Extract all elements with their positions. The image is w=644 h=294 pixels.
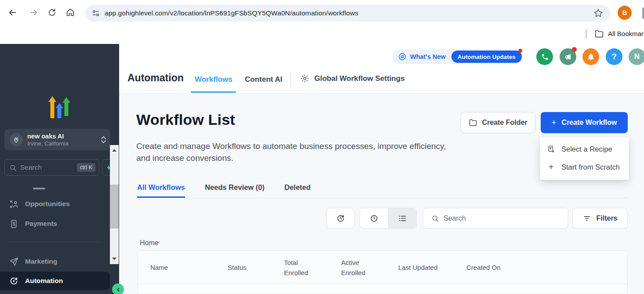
phone-button[interactable] — [536, 48, 553, 65]
whats-new-label: What's New — [410, 53, 446, 60]
sidebar-item-marketing[interactable]: Marketing — [0, 252, 110, 271]
sidebar-item-sites[interactable]: Sites — [0, 291, 110, 294]
account-switcher[interactable]: new oaks AI Irvine, California — [4, 129, 110, 150]
home-icon[interactable] — [62, 4, 79, 21]
automation-updates-badge[interactable]: Automation Updates — [451, 51, 522, 63]
all-bookmarks-label[interactable]: All Bookmarks — [608, 30, 644, 37]
folder-icon — [469, 118, 477, 127]
filter-lines-icon — [582, 214, 591, 223]
megaphone-icon — [564, 53, 572, 61]
menu-item-start-from-scratch[interactable]: + Start from Scratch — [540, 158, 629, 176]
search-icon — [9, 164, 17, 171]
column-header-active-enrolled: Active Enrolled — [341, 258, 398, 278]
payments-icon: $ — [9, 219, 19, 229]
back-icon[interactable] — [4, 4, 21, 21]
sidebar-item-opportunities[interactable]: Opportunities — [0, 195, 110, 213]
help-button[interactable]: ? — [606, 48, 622, 65]
create-folder-button[interactable]: Create Folder — [461, 112, 535, 133]
column-header-status: Status — [228, 264, 284, 271]
column-header-total-enrolled: Total Enrolled — [284, 258, 341, 278]
screen: app.gohighlevel.com/v2/location/lnPS691g… — [0, 0, 644, 294]
phone-icon — [541, 53, 549, 61]
bookmarks-separator — [586, 29, 587, 39]
search-icon — [431, 214, 439, 222]
tabs-separator — [290, 73, 291, 88]
svg-text:$: $ — [13, 221, 15, 226]
account-name: new oaks AI — [27, 132, 101, 140]
reload-icon[interactable] — [43, 4, 61, 21]
bookmarks-folder-icon[interactable] — [594, 29, 604, 39]
list-view-button[interactable] — [388, 208, 416, 228]
workflow-list-description: Create and manage Workflows to automate … — [136, 140, 446, 164]
workflow-search-input[interactable] — [444, 214, 568, 222]
browser-menu-icon[interactable] — [642, 7, 644, 19]
chevron-up-down-icon — [101, 136, 106, 143]
scroll-down-arrow[interactable] — [112, 258, 116, 260]
sidebar-item-payments[interactable]: $ Payments — [0, 214, 110, 233]
announcements-button[interactable] — [560, 48, 576, 65]
scrolled-item-fragment — [33, 188, 45, 189]
tabs-bottom-border — [137, 198, 628, 198]
app-topbar: What's New Automation Updates ? N Automa… — [119, 44, 644, 94]
sidebar-search[interactable]: ctrl K — [4, 159, 99, 176]
user-avatar[interactable]: N — [629, 48, 644, 65]
sidebar-divider — [8, 242, 101, 242]
gohighlevel-logo-icon — [48, 96, 70, 121]
tab-deleted[interactable]: Deleted — [284, 183, 311, 192]
create-workflow-menu: Select a Recipe + Start from Scratch — [540, 137, 629, 180]
workflow-search[interactable] — [423, 208, 568, 229]
menu-item-select-recipe[interactable]: Select a Recipe — [540, 140, 629, 158]
scroll-up-arrow[interactable] — [112, 149, 116, 152]
browser-toolbar: app.gohighlevel.com/v2/location/lnPS691g… — [0, 0, 644, 24]
sidebar-scrollbar[interactable] — [110, 145, 119, 264]
notification-dot — [518, 49, 522, 53]
site-info-icon[interactable] — [91, 8, 101, 18]
list-icon — [398, 214, 408, 223]
recipe-document-icon — [547, 145, 555, 153]
filters-button[interactable]: Filters — [572, 208, 628, 229]
forward-icon[interactable] — [25, 4, 42, 21]
chevron-left-icon — [115, 287, 121, 293]
automation-icon — [9, 276, 19, 286]
sidebar-item-automation[interactable]: Automation — [0, 272, 110, 290]
plus-icon: + — [551, 118, 556, 127]
address-bar[interactable]: app.gohighlevel.com/v2/location/lnPS691g… — [85, 5, 610, 22]
create-workflow-button[interactable]: + Create Workflow — [541, 112, 628, 133]
location-pin-icon — [10, 133, 23, 146]
announcement-icon — [398, 52, 407, 61]
breadcrumb-home[interactable]: Home — [140, 239, 159, 247]
history-clock-icon — [336, 214, 346, 223]
opportunities-icon — [9, 199, 19, 209]
global-workflow-settings-link[interactable]: Global Workflow Settings — [300, 74, 405, 83]
table-header-row: Name Status Total Enrolled Active Enroll… — [138, 251, 627, 284]
whats-new-pill[interactable]: What's New Automation Updates — [393, 49, 523, 64]
plus-icon: + — [547, 162, 555, 172]
sidebar-search-input[interactable] — [20, 163, 77, 171]
tab-content-ai[interactable]: Content AI — [245, 75, 282, 84]
workflow-list-page: Workflow List Create and manage Workflow… — [119, 94, 644, 294]
sidebar-collapse-button[interactable] — [112, 283, 124, 294]
workflow-table: Name Status Total Enrolled Active Enroll… — [138, 250, 628, 294]
send-icon — [9, 257, 19, 267]
bookmark-star-icon[interactable] — [593, 8, 603, 18]
gear-icon — [300, 74, 309, 83]
tab-all-workflows[interactable]: All Workflows — [137, 183, 185, 192]
sidebar: new oaks AI Irvine, California ctrl K Op… — [0, 44, 119, 294]
scrollbar-thumb[interactable] — [110, 185, 119, 229]
clock-icon — [369, 214, 379, 223]
active-tab-underline — [191, 91, 236, 93]
active-subtab-underline — [137, 196, 185, 198]
shortcut-badge: ctrl K — [77, 163, 95, 172]
bookmarks-bar: All Bookmarks — [0, 24, 644, 44]
url-text[interactable]: app.gohighlevel.com/v2/location/lnPS691g… — [105, 9, 358, 17]
enrollment-history-button[interactable] — [327, 208, 354, 229]
bell-icon — [586, 52, 595, 61]
browser-profile-avatar[interactable]: B — [618, 6, 632, 20]
tab-workflows[interactable]: Workflows — [195, 75, 233, 84]
time-view-button[interactable] — [360, 208, 388, 228]
account-location: Irvine, California — [27, 140, 101, 147]
notifications-button[interactable] — [582, 48, 599, 65]
page-title: Automation — [127, 72, 184, 84]
tab-needs-review[interactable]: Needs Review (0) — [205, 183, 265, 192]
column-header-name: Name — [150, 264, 228, 271]
